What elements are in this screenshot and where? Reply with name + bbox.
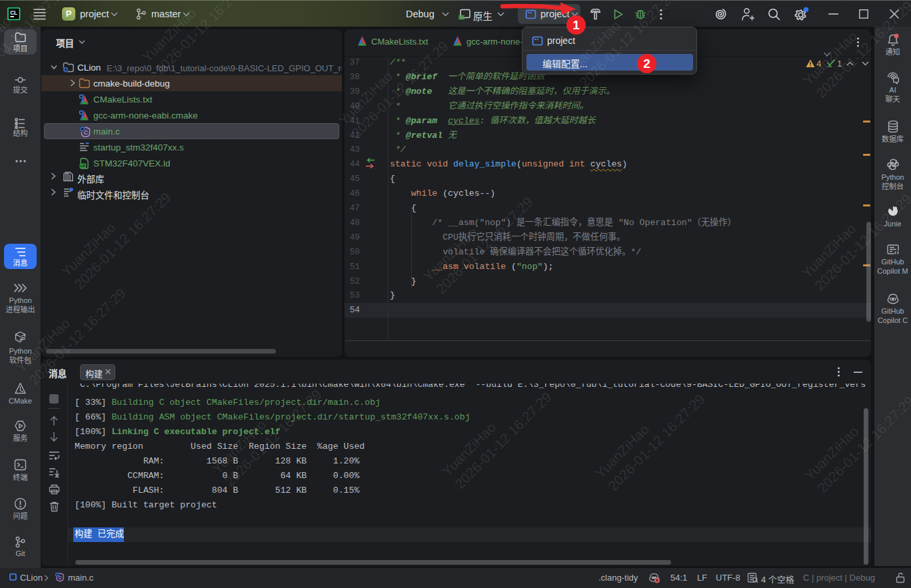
svg-text:CL: CL <box>10 10 17 16</box>
svg-text:LD: LD <box>80 164 85 168</box>
